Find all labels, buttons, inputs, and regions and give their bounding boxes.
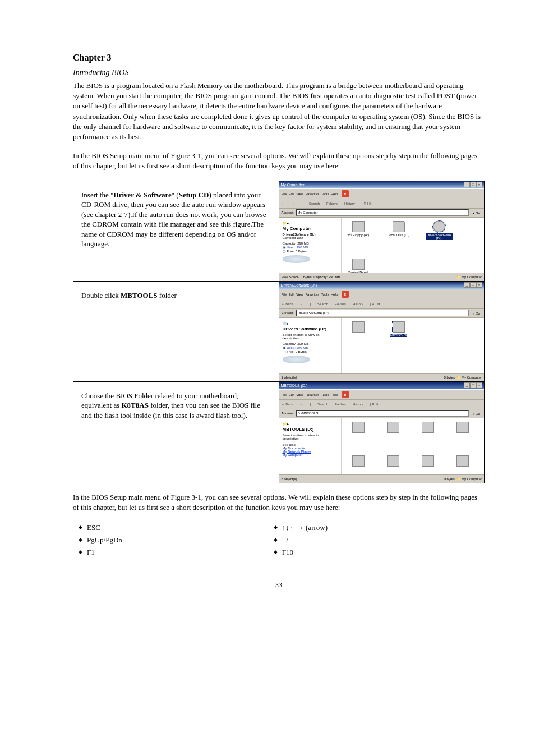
folder-icon	[345, 455, 372, 468]
brand-icon: e	[342, 391, 349, 398]
toolbar[interactable]: ← Back→| Search Folders History | ✕ ⧉	[279, 400, 485, 409]
go-button: ▸ Go	[471, 412, 482, 416]
brand-icon: e	[342, 291, 349, 298]
mbtools-folder-icon: MBTOOLS	[385, 321, 412, 337]
folders-button: Folders	[326, 202, 338, 205]
step1-text: Insert the "Driver & Software" (Setup CD…	[73, 181, 279, 281]
brand-icon: e	[342, 190, 349, 197]
history-button: History	[344, 202, 355, 205]
step2-screenshot: Driver&Software (D:) _□× File Edit View …	[279, 281, 485, 381]
icon-area[interactable]	[342, 418, 485, 483]
window-title: My Computer	[281, 183, 305, 187]
screenshot-window: Driver&Software (D:) _□× File Edit View …	[279, 282, 485, 381]
floppy-drive-icon: 3½ Floppy (A:)	[345, 221, 372, 237]
address-bar[interactable]: Address My Computer ▸ Go	[279, 209, 485, 218]
list-item: +/–	[274, 534, 328, 546]
list-item: ESC	[79, 522, 122, 534]
screenshot-window: My Computer _□× File Edit View Favorites…	[279, 181, 485, 281]
window-buttons[interactable]: _□×	[464, 282, 482, 288]
window-buttons[interactable]: _□×	[464, 182, 482, 187]
folder-icon	[414, 422, 441, 434]
function-keys-list: ESC PgUp/PgDn F1 ↑↓←→ (arrow) +/– F10	[79, 522, 485, 559]
forward-button: →	[292, 202, 295, 205]
info-pane: 💿 ▸ Driver&Software (D:) Select an item …	[279, 318, 342, 381]
toolbar[interactable]: ← Back→| Search Folders History | ✕ | ⧉	[279, 299, 485, 309]
folder-icon	[449, 455, 476, 468]
back-button: ← Back	[282, 302, 293, 306]
go-button: ▸ Go	[471, 311, 482, 315]
address-bar[interactable]: Address Driver&Software (D:) ▸ Go	[279, 309, 485, 318]
list-item: F1	[79, 546, 122, 559]
back-button: ← Back	[282, 403, 293, 406]
folder-icon	[345, 422, 372, 434]
screenshot-window: MBTOOLS (D:) _□× File Edit View Favorite…	[279, 382, 485, 483]
chapter-heading: Chapter 3	[73, 53, 485, 63]
list-item: ↑↓←→ (arrow)	[274, 522, 328, 534]
menubar[interactable]: File Edit View Favorites Tools Help e	[279, 188, 485, 199]
address-field: Driver&Software (D:)	[296, 310, 469, 316]
list-item: PgUp/PgDn	[79, 534, 122, 546]
window-title: MBTOOLS (D:)	[281, 384, 308, 388]
intro-paragraph-2: In the BIOS Setup main menu of Figure 3-…	[73, 151, 485, 171]
disk-usage-icon	[283, 255, 310, 263]
step1-screenshot: My Computer _□× File Edit View Favorites…	[279, 181, 485, 281]
folder-icon	[380, 455, 407, 468]
window-buttons[interactable]: _□×	[464, 382, 482, 388]
close-icon: ×	[476, 182, 482, 187]
info-pane: 📁 ▸ MBTOOLS (D:) Select an item to view …	[279, 418, 342, 483]
step3-text: Choose the BIOS Folder related to your m…	[73, 381, 279, 483]
folder-icon	[345, 321, 372, 334]
step3-screenshot: MBTOOLS (D:) _□× File Edit View Favorite…	[279, 381, 485, 483]
address-bar[interactable]: Address D:\MBTOOLS ▸ Go	[279, 409, 485, 418]
toolbar[interactable]: ←→| Search Folders History | ✕ | ⧉	[279, 199, 485, 209]
go-button: ▸ Go	[471, 211, 482, 215]
status-bar: 8 object(s) 0 bytes 📁 My Computer	[279, 474, 485, 483]
icon-area[interactable]: MBTOOLS	[342, 318, 485, 381]
search-button: Search	[309, 202, 320, 205]
screenshot-table: Insert the "Driver & Software" (Setup CD…	[73, 181, 485, 483]
control-panel-icon: Control Panel	[345, 259, 372, 274]
maximize-icon: □	[470, 182, 476, 187]
intro-paragraph-1: The BIOS is a program located on a Flash…	[73, 81, 485, 142]
function-keys-intro: In the BIOS Setup main menu of Figure 3-…	[73, 492, 485, 513]
address-field: D:\MBTOOLS	[296, 410, 469, 417]
cdrom-drive-icon: Driver&Software (D:)	[426, 221, 453, 240]
address-field: My Computer	[296, 209, 469, 216]
info-pane: 📁 ▸ My Computer Driver&Software (D:) Com…	[279, 218, 342, 281]
menubar[interactable]: File Edit View Favorites Tools Help e	[279, 289, 485, 299]
status-bar: 1 object(s) 0 bytes 📁 My Computer	[279, 373, 485, 381]
window-title: Driver&Software (D:)	[281, 283, 317, 287]
menubar[interactable]: File Edit View Favorites Tools Help e	[279, 389, 485, 400]
minimize-icon: _	[464, 182, 470, 187]
section-title: Introducing BIOS	[73, 68, 485, 77]
folder-icon	[414, 455, 441, 468]
icon-area[interactable]: 3½ Floppy (A:) Local Disk (C:) Driver&So…	[342, 218, 485, 281]
folder-icon	[380, 422, 407, 434]
list-item: F10	[274, 546, 328, 559]
step2-text: Double click MBTOOLS folder	[73, 281, 279, 381]
folder-icon	[449, 422, 476, 434]
local-disk-icon: Local Disk (C:)	[385, 221, 412, 237]
disk-usage-icon	[283, 356, 310, 363]
back-button: ←	[282, 202, 285, 205]
page-number: 33	[73, 581, 485, 589]
status-bar: Free Space: 0 Bytes, Capacity: 290 MB 📁 …	[279, 273, 485, 281]
